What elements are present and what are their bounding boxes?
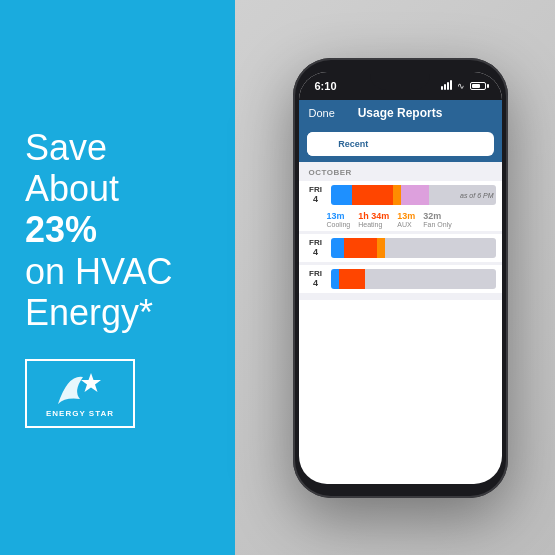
table-row: FRI 4 as of 6 PM	[299, 181, 502, 209]
notch	[370, 72, 430, 90]
heating-segment	[344, 238, 377, 258]
day-section-1: FRI 4 as of 6 PM	[299, 181, 502, 231]
usage-bar: as of 6 PM	[331, 185, 496, 205]
aux-segment	[377, 238, 385, 258]
battery-icon	[470, 82, 486, 90]
phone-mockup: 6:10 ∿ Done	[293, 58, 508, 498]
day-name: FRI	[305, 185, 327, 194]
as-of-label: as of 6 PM	[460, 191, 493, 198]
stat-fan: 32m Fan Only	[423, 211, 451, 228]
stat-aux: 13m AUX	[397, 211, 415, 228]
save-line1: Save	[25, 127, 107, 168]
day-section-3: FRI 4	[299, 265, 502, 293]
empty-segment	[385, 238, 496, 258]
tab-monthly-archive[interactable]: Monthly Archive	[400, 132, 494, 156]
signal-icon	[441, 81, 452, 90]
energy-star-label: ENERGY STAR	[46, 409, 114, 418]
usage-bar	[331, 238, 496, 258]
app-header: Done Usage Reports	[299, 100, 502, 126]
page-title: Usage Reports	[358, 106, 443, 120]
wifi-icon: ∿	[457, 81, 465, 91]
empty-segment	[365, 269, 495, 289]
right-panel: 6:10 ∿ Done	[235, 0, 555, 555]
status-time: 6:10	[315, 80, 337, 92]
savings-headline: Save About 23% on HVAC Energy*	[25, 127, 172, 334]
save-line4: on HVAC	[25, 251, 172, 292]
status-icons: ∿	[441, 81, 486, 91]
bar-container	[331, 269, 496, 289]
heating-segment	[339, 269, 365, 289]
stat-heating: 1h 34m Heating	[358, 211, 389, 228]
svg-marker-0	[81, 373, 101, 392]
aux-segment	[393, 185, 401, 205]
day-label: FRI 4	[305, 269, 327, 288]
save-percentage: 23%	[25, 209, 97, 250]
table-row: FRI 4	[299, 265, 502, 293]
day-num: 4	[305, 194, 327, 204]
bar-container	[331, 238, 496, 258]
energy-star-icon	[53, 369, 108, 407]
save-line2: About	[25, 168, 119, 209]
day-section-2: FRI 4	[299, 234, 502, 262]
tab-recent[interactable]: Recent	[307, 132, 401, 156]
cooling-segment	[331, 185, 352, 205]
stats-row: 13m Cooling 1h 34m Heating 13m AUX 32m	[299, 209, 502, 231]
day-label: FRI 4	[305, 238, 327, 257]
content-area: OCTOBER FRI 4	[299, 162, 502, 300]
fan-segment	[401, 185, 429, 205]
done-button[interactable]: Done	[309, 107, 335, 119]
status-bar: 6:10 ∿	[299, 72, 502, 100]
section-label: OCTOBER	[299, 166, 502, 181]
cooling-segment	[331, 269, 339, 289]
heating-segment	[352, 185, 393, 205]
tabs-row: Recent Monthly Archive	[299, 126, 502, 162]
cooling-segment	[331, 238, 344, 258]
day-label: FRI 4	[305, 185, 327, 204]
phone-screen: 6:10 ∿ Done	[299, 72, 502, 484]
left-panel: Save About 23% on HVAC Energy* ENERGY ST…	[0, 0, 235, 555]
empty-segment: as of 6 PM	[429, 185, 495, 205]
stat-cooling: 13m Cooling	[327, 211, 351, 228]
tabs-container: Recent Monthly Archive	[307, 132, 494, 156]
energy-star-badge: ENERGY STAR	[25, 359, 135, 428]
bar-container: as of 6 PM	[331, 185, 496, 205]
usage-bar	[331, 269, 496, 289]
table-row: FRI 4	[299, 234, 502, 262]
save-line5: Energy*	[25, 292, 153, 333]
